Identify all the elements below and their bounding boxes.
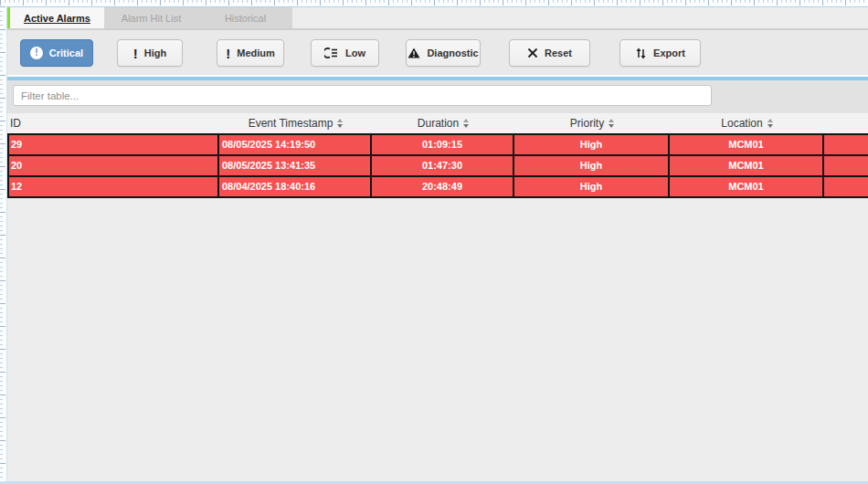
- warning-triangle-icon: [408, 47, 420, 58]
- low-button-label: Low: [345, 47, 365, 58]
- alarm-row[interactable]: 12 08/04/2025 18:40:16 20:48:49 High MCM…: [9, 175, 868, 196]
- column-header-duration[interactable]: Duration: [372, 113, 514, 133]
- cell-timestamp: 08/05/2025 14:19:50: [219, 135, 372, 154]
- alarm-row[interactable]: 29 08/05/2025 14:19:50 01:09:15 High MCM…: [9, 135, 868, 154]
- filter-table-input[interactable]: [13, 85, 712, 106]
- sort-icon: [767, 119, 773, 128]
- cell-location: MCM01: [670, 135, 824, 154]
- column-header-priority[interactable]: Priority: [514, 113, 670, 133]
- alarm-toolbar: ! Critical ! High ! Medium Low: [6, 30, 868, 75]
- up-down-arrows-icon: [635, 47, 647, 59]
- sort-icon: [609, 119, 614, 128]
- export-button-label: Export: [653, 47, 685, 58]
- table-header-row: ID Event Timestamp Duration Priority Loc…: [7, 113, 868, 133]
- export-button[interactable]: Export: [619, 39, 701, 67]
- cell-duration: 20:48:49: [372, 177, 514, 196]
- diagnostic-button-label: Diagnostic: [427, 47, 478, 58]
- critical-filter-button[interactable]: ! Critical: [20, 39, 93, 67]
- sort-icon: [337, 119, 343, 128]
- cell-location: MCM01: [670, 156, 824, 175]
- tab-active-alarms[interactable]: Active Alarms: [10, 7, 104, 28]
- reset-button-label: Reset: [545, 47, 572, 58]
- diagnostic-filter-button[interactable]: Diagnostic: [406, 39, 481, 67]
- column-header-id: ID: [7, 113, 219, 133]
- vertical-ruler: [0, 6, 7, 484]
- medium-button-label: Medium: [237, 47, 275, 58]
- cell-id: 20: [9, 156, 219, 175]
- tab-band-shadow: [6, 28, 868, 30]
- cell-priority: High: [514, 177, 670, 196]
- cell-extra: [824, 135, 868, 154]
- selection-marker: [7, 7, 10, 28]
- tab-alarm-hit-list[interactable]: Alarm Hit List: [104, 7, 198, 28]
- table-body: 29 08/05/2025 14:19:50 01:09:15 High MCM…: [7, 133, 868, 198]
- x-icon: [527, 47, 538, 58]
- cell-duration: 01:47:30: [372, 156, 514, 175]
- tab-historical[interactable]: Historical: [198, 7, 292, 28]
- cell-id: 29: [9, 135, 219, 154]
- cell-extra: [824, 156, 868, 175]
- exclamation-icon: !: [226, 47, 230, 60]
- column-header-extra: [824, 113, 868, 133]
- cell-timestamp: 08/04/2025 18:40:16: [219, 177, 372, 196]
- cell-extra: [824, 177, 868, 196]
- high-button-label: High: [144, 47, 166, 58]
- alarm-row[interactable]: 20 08/05/2025 13:41:35 01:47:30 High MCM…: [9, 154, 868, 175]
- reset-button[interactable]: Reset: [509, 39, 590, 67]
- sort-icon: [463, 119, 469, 128]
- filter-band: [6, 80, 868, 113]
- cell-priority: High: [514, 135, 670, 154]
- low-priority-list-icon: [324, 47, 339, 58]
- tab-bar: Active Alarms Alarm Hit List Historical: [10, 7, 292, 28]
- critical-button-label: Critical: [49, 47, 83, 58]
- column-header-location[interactable]: Location: [670, 113, 824, 133]
- cell-priority: High: [514, 156, 670, 175]
- hmi-canvas: Active Alarms Alarm Hit List Historical …: [0, 0, 868, 484]
- exclamation-circle-icon: !: [30, 47, 43, 59]
- horizontal-ruler: [0, 0, 868, 7]
- high-filter-button[interactable]: ! High: [117, 39, 183, 67]
- exclamation-icon: !: [133, 47, 138, 60]
- cell-location: MCM01: [670, 177, 824, 196]
- active-alarms-table: ID Event Timestamp Duration Priority Loc…: [7, 113, 868, 198]
- low-filter-button[interactable]: Low: [311, 39, 379, 67]
- column-header-event-timestamp[interactable]: Event Timestamp: [219, 113, 372, 133]
- cell-duration: 01:09:15: [372, 135, 514, 154]
- cell-id: 12: [9, 177, 219, 196]
- cell-timestamp: 08/05/2025 13:41:35: [219, 156, 372, 175]
- medium-filter-button[interactable]: ! Medium: [217, 39, 284, 67]
- blue-divider: [6, 77, 868, 80]
